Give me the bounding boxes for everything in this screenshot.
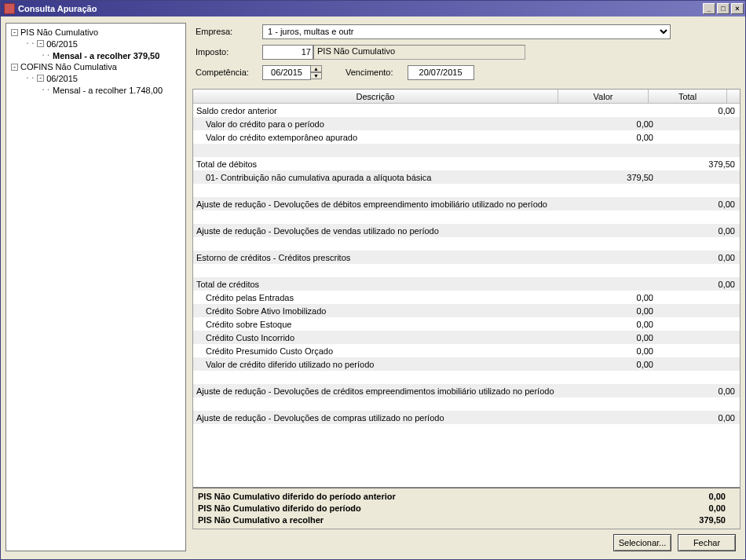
tree-expander-icon[interactable]: - bbox=[11, 64, 18, 71]
cell-total: 0,00 bbox=[661, 280, 740, 289]
grid-row[interactable]: Crédito Sobre Ativo Imobilizado0,00 bbox=[193, 304, 740, 317]
tree-item[interactable]: ··Mensal - a recolher 1.748,00 bbox=[8, 84, 184, 96]
cell-descricao: Crédito sobre Estoque bbox=[193, 320, 571, 329]
cell-total: 0,00 bbox=[661, 413, 740, 423]
grid-row[interactable]: Ajuste de redução - Devoluções de crédit… bbox=[193, 384, 740, 397]
cell-total: 0,00 bbox=[661, 253, 740, 262]
col-total[interactable]: Total bbox=[649, 90, 727, 103]
competencia-down-icon[interactable]: ▼ bbox=[311, 72, 322, 79]
selecionar-button[interactable]: Selecionar... bbox=[613, 534, 671, 551]
summary-row: PIS Não Cumulativo a recolher379,50 bbox=[198, 514, 726, 525]
cell-descricao: Valor de crédito diferido utilizado no p… bbox=[193, 360, 571, 369]
cell-descricao: Crédito Presumido Custo Orçado bbox=[193, 346, 571, 356]
client-area: -PIS Não Cumulativo ··-06/2015 ··Mensal … bbox=[1, 16, 745, 559]
col-scroll-spacer bbox=[727, 90, 740, 103]
imposto-code-input[interactable] bbox=[262, 45, 313, 60]
titlebar: Consulta Apuração _ □ × bbox=[1, 1, 745, 16]
grid-row[interactable]: Ajuste de redução - Devoluções de débito… bbox=[193, 197, 740, 210]
grid-row[interactable] bbox=[193, 237, 740, 251]
tree-expander-icon[interactable]: - bbox=[37, 40, 44, 47]
grid-row[interactable]: Valor do crédito extemporâneo apurado0,0… bbox=[193, 130, 740, 144]
tree-item-label: 06/2015 bbox=[46, 74, 78, 83]
grid-row[interactable] bbox=[193, 424, 740, 437]
grid-header: Descrição Valor Total bbox=[193, 90, 740, 104]
grid-row[interactable] bbox=[193, 397, 740, 411]
cell-descricao: Ajuste de redução - Devoluções de compra… bbox=[193, 413, 571, 423]
window: Consulta Apuração _ □ × -PIS Não Cumulat… bbox=[0, 0, 746, 560]
cell-valor: 0,00 bbox=[571, 133, 661, 142]
competencia-up-icon[interactable]: ▲ bbox=[311, 65, 322, 72]
grid-row[interactable]: Crédito Custo Incorrido0,00 bbox=[193, 331, 740, 344]
cell-descricao: Crédito pelas Entradas bbox=[193, 293, 571, 302]
summary-value: 0,00 bbox=[663, 503, 726, 513]
competencia-label: Competência: bbox=[196, 68, 262, 77]
grid-row[interactable]: Valor de crédito diferido utilizado no p… bbox=[193, 357, 740, 371]
cell-valor: 379,50 bbox=[571, 173, 661, 182]
tree-item-label: COFINS Não Cumulativa bbox=[20, 62, 117, 71]
grid-body[interactable]: Saldo credor anterior0,00Valor do crédit… bbox=[193, 104, 740, 487]
tree-expander-icon[interactable]: - bbox=[11, 29, 18, 36]
grid-row[interactable]: Valor do crédito para o período0,00 bbox=[193, 117, 740, 130]
cell-descricao: Valor do crédito para o período bbox=[193, 119, 571, 129]
grid-row[interactable]: Total de créditos0,00 bbox=[193, 277, 740, 291]
cell-descricao: Valor do crédito extemporâneo apurado bbox=[193, 133, 571, 142]
col-valor[interactable]: Valor bbox=[558, 90, 649, 103]
grid-row[interactable] bbox=[193, 264, 740, 277]
grid-row[interactable] bbox=[193, 210, 740, 224]
vencimento-label: Vencimento: bbox=[346, 68, 393, 77]
close-button[interactable]: × bbox=[731, 3, 744, 14]
grid-row[interactable]: Estorno de créditos - Créditos prescrito… bbox=[193, 251, 740, 264]
minimize-button[interactable]: _ bbox=[703, 3, 715, 14]
grid-row[interactable]: Crédito pelas Entradas0,00 bbox=[193, 291, 740, 304]
empresa-select[interactable]: 1 - juros, multas e outr bbox=[262, 24, 671, 39]
summary-label: PIS Não Cumulativo a recolher bbox=[198, 515, 663, 525]
tree-item[interactable]: ··-06/2015 bbox=[8, 38, 184, 49]
grid-row[interactable] bbox=[193, 184, 740, 197]
tree-item[interactable]: -PIS Não Cumulativo bbox=[8, 27, 184, 38]
cell-total: 0,00 bbox=[661, 386, 740, 396]
tree-pane[interactable]: -PIS Não Cumulativo ··-06/2015 ··Mensal … bbox=[5, 23, 186, 551]
grid-row[interactable]: Total de débitos379,50 bbox=[193, 157, 740, 170]
cell-descricao: Estorno de créditos - Créditos prescrito… bbox=[193, 253, 571, 262]
grid-row[interactable]: Crédito sobre Estoque0,00 bbox=[193, 317, 740, 331]
footer-buttons: Selecionar... Fechar bbox=[192, 529, 741, 551]
grid-row[interactable]: Ajuste de redução - Devoluções de vendas… bbox=[193, 224, 740, 237]
cell-descricao: Ajuste de redução - Devoluções de vendas… bbox=[193, 226, 571, 236]
tree-item[interactable]: -COFINS Não Cumulativa bbox=[8, 61, 184, 72]
vencimento-input[interactable] bbox=[408, 65, 474, 80]
cell-valor: 0,00 bbox=[571, 306, 661, 316]
cell-total: 0,00 bbox=[661, 199, 740, 209]
grid-row[interactable]: Ajuste de redução - Devoluções de compra… bbox=[193, 411, 740, 424]
cell-valor: 0,00 bbox=[571, 320, 661, 329]
summary-row: PIS Não Cumulativo diferido do período0,… bbox=[198, 502, 726, 514]
cell-descricao: Crédito Custo Incorrido bbox=[193, 333, 571, 342]
cell-valor: 0,00 bbox=[571, 346, 661, 356]
window-title: Consulta Apuração bbox=[18, 4, 97, 13]
grid-row[interactable] bbox=[193, 371, 740, 384]
imposto-name: PIS Não Cumulativo bbox=[313, 45, 525, 60]
fechar-button[interactable]: Fechar bbox=[678, 534, 736, 551]
grid-row[interactable]: Crédito Presumido Custo Orçado0,00 bbox=[193, 344, 740, 357]
tree-expander-icon[interactable]: - bbox=[37, 75, 44, 82]
tree-item-label: Mensal - a recolher 379,50 bbox=[53, 51, 159, 60]
cell-descricao: Crédito Sobre Ativo Imobilizado bbox=[193, 306, 571, 316]
cell-descricao: Total de débitos bbox=[193, 159, 571, 169]
summary-value: 0,00 bbox=[663, 492, 726, 501]
grid-row[interactable]: Saldo credor anterior0,00 bbox=[193, 104, 740, 117]
summary: PIS Não Cumulativo diferido do período a… bbox=[193, 487, 740, 529]
cell-valor: 0,00 bbox=[571, 333, 661, 342]
tree-item[interactable]: ··-06/2015 bbox=[8, 72, 184, 84]
competencia-input[interactable] bbox=[262, 65, 311, 80]
summary-label: PIS Não Cumulativo diferido do período bbox=[198, 503, 663, 513]
imposto-label: Imposto: bbox=[196, 47, 262, 57]
grid-row[interactable] bbox=[193, 144, 740, 157]
cell-descricao: Total de créditos bbox=[193, 280, 571, 289]
tree-item-label: PIS Não Cumulativo bbox=[20, 27, 98, 37]
col-descricao[interactable]: Descrição bbox=[193, 90, 558, 103]
tree-item[interactable]: ··Mensal - a recolher 379,50 bbox=[8, 49, 184, 61]
summary-label: PIS Não Cumulativo diferido do período a… bbox=[198, 492, 663, 501]
maximize-button[interactable]: □ bbox=[717, 3, 730, 14]
header-form: Empresa: 1 - juros, multas e outr Impost… bbox=[192, 23, 741, 89]
grid-row[interactable]: 01- Contribuição não cumulativa apurada … bbox=[193, 170, 740, 184]
tree-item-label: 06/2015 bbox=[46, 39, 78, 49]
